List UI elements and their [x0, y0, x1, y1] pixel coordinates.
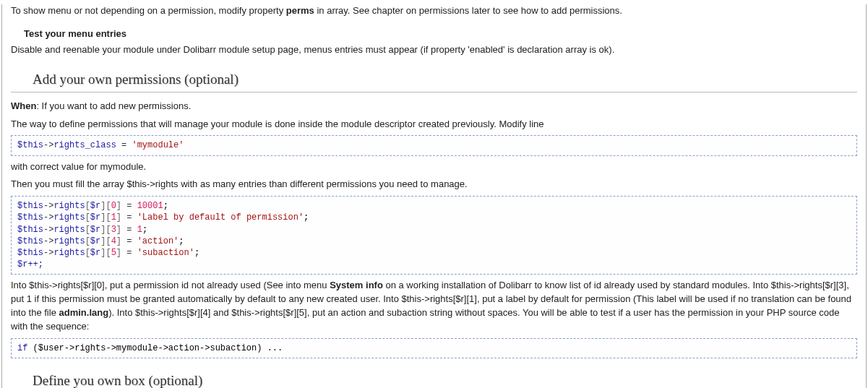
code-rights-class: $this->rights_class = 'mymodule'	[11, 135, 857, 155]
permissions-heading: Add your own permissions (optional)	[33, 72, 857, 89]
system-info-label: System info	[330, 280, 383, 290]
admin-lang-label: admin.lang	[59, 307, 109, 318]
intro-pre: To show menu or not depending on a permi…	[11, 5, 286, 16]
code-kw: if	[17, 343, 27, 353]
section-divider	[11, 92, 857, 92]
explain-t1: Into $this->rights[$r][0], put a permiss…	[11, 280, 330, 290]
page-container: To show menu or not depending on a permi…	[1, 4, 867, 388]
code-if-rights: if ($user->rights->mymodule->action->sub…	[11, 338, 857, 358]
code-rights-array: $this->rights[$r][0] = 10001; $this->rig…	[11, 196, 857, 275]
fill-array-text: Then you must fill the array $this->righ…	[11, 178, 857, 191]
test-menu-body: Disable and reenable your module under D…	[11, 43, 857, 57]
when-label: When	[11, 100, 36, 111]
perms-word: perms	[286, 5, 314, 16]
perms-when-line: When: If you want to add new permissions…	[11, 100, 857, 113]
explain-t3: ). Into $this->rights[$r][4] and $this->…	[11, 307, 840, 332]
test-menu-heading: Test your menu entries	[24, 28, 857, 39]
code-var: $this	[17, 140, 43, 150]
when-text: : If you want to add new permissions.	[36, 100, 191, 111]
intro-perms-sentence: To show menu or not depending on a permi…	[11, 4, 857, 18]
intro-post: in array. See chapter on permissions lat…	[314, 5, 622, 16]
box-heading: Define you own box (optional)	[33, 373, 857, 388]
perms-desc: The way to define permissions that will …	[11, 118, 857, 132]
rights-explain: Into $this->rights[$r][0], put a permiss…	[11, 279, 857, 333]
code-prop: rights_class	[53, 140, 116, 150]
after-code1: with correct value for mymodule.	[11, 160, 857, 174]
code-body: ($user->rights->mymodule->action->subact…	[27, 343, 283, 353]
code-str: 'mymodule'	[132, 140, 184, 150]
